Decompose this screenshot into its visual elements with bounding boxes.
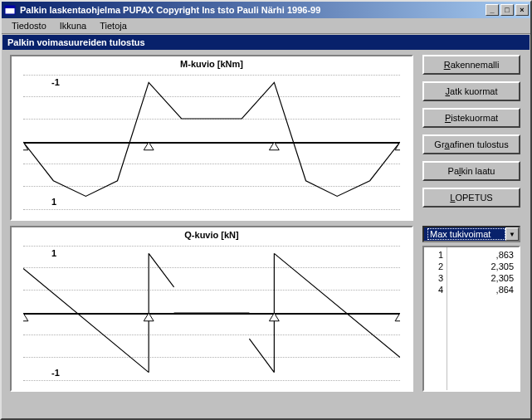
client-area: M-kuvio [kNm] -1 1 Q-kuvio [kN] xyxy=(5,51,527,415)
minimize-button[interactable]: _ xyxy=(486,4,499,16)
title-text: Palkin laskentaohjelma PUPAX Copyright I… xyxy=(20,5,320,15)
palkin-laatu-button[interactable]: Palkin laatu xyxy=(422,161,520,181)
maximize-button[interactable]: □ xyxy=(500,4,514,16)
menu-window[interactable]: Ikkuna xyxy=(53,19,93,32)
subtitle-text: Palkin voimasuureiden tulostus xyxy=(7,37,145,47)
subwindow-title: Palkin voimasuureiden tulostus xyxy=(2,35,530,50)
reactions-list[interactable]: 1234 ,8632,3052,305,864 xyxy=(422,246,520,392)
q-chart-title: Q-kuvio [kN] xyxy=(12,230,412,240)
result-select-value: Max tukivoimat xyxy=(427,228,505,240)
pistekuormat-button[interactable]: Pistekuormat xyxy=(422,108,520,128)
graafinen-tulostus-button[interactable]: Graafinen tulostus xyxy=(422,134,520,154)
titlebar: Palkin laskentaohjelma PUPAX Copyright I… xyxy=(2,2,530,18)
m-chart-panel: M-kuvio [kNm] -1 1 xyxy=(10,55,413,221)
reactions-index-col: 1234 xyxy=(424,247,447,390)
q-curve xyxy=(23,246,400,380)
m-curve xyxy=(23,75,400,209)
q-chart-panel: Q-kuvio [kN] 1 -1 xyxy=(10,226,413,392)
jatk-kuormat-button[interactable]: Jatk kuormat xyxy=(422,81,520,101)
svg-rect-1 xyxy=(5,6,15,8)
menu-file[interactable]: Tiedosto xyxy=(5,19,53,32)
rakennemalli-button[interactable]: Rakennemalli xyxy=(422,55,520,75)
result-select[interactable]: Max tukivoimat ▼ xyxy=(422,226,520,242)
m-chart-title: M-kuvio [kNm] xyxy=(12,59,412,69)
side-button-panel: Rakennemalli Jatk kuormat Pistekuormat G… xyxy=(422,55,520,214)
close-button[interactable]: × xyxy=(515,4,529,16)
chevron-down-icon: ▼ xyxy=(505,227,519,241)
app-icon xyxy=(3,4,17,16)
menu-about[interactable]: Tietoja xyxy=(93,19,134,32)
reactions-value-col: ,8632,3052,305,864 xyxy=(447,247,519,390)
lopetus-button[interactable]: LOPETUS xyxy=(422,188,520,208)
q-chart-area: 1 -1 xyxy=(23,246,400,380)
app-window: Palkin laskentaohjelma PUPAX Copyright I… xyxy=(0,0,532,420)
menubar: Tiedosto Ikkuna Tietoja xyxy=(2,18,530,34)
m-chart-area: -1 1 xyxy=(23,75,400,209)
